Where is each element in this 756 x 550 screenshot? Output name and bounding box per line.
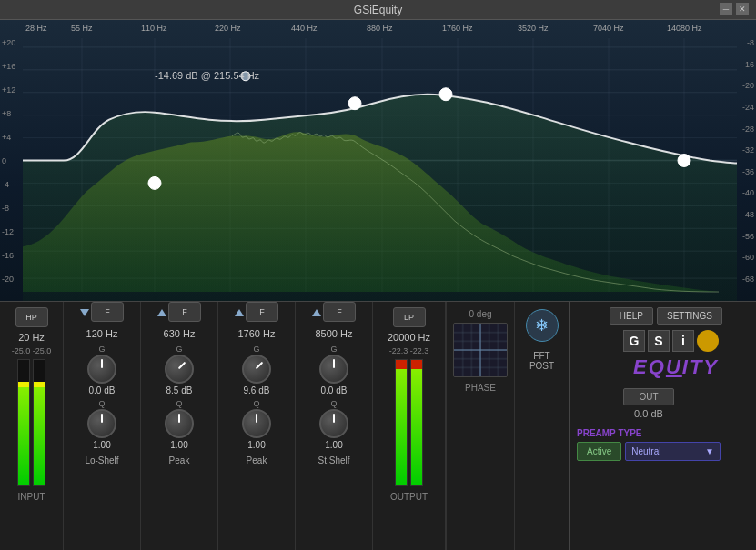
band4-q-label: Q [253, 399, 259, 408]
logo-dot-icon [697, 330, 719, 352]
right-panel: HELP SETTINGS G S i EQUITY OUT 0.0 dB PR… [569, 302, 728, 550]
band3-type-button[interactable]: F [168, 302, 201, 322]
input-vu-meters [17, 359, 45, 486]
logo-equity: EQUITY [633, 355, 719, 379]
logo-area: G S i EQUITY [570, 325, 728, 385]
band2-q-knob[interactable] [87, 409, 116, 438]
band2-type-label: Lo-Shelf [85, 455, 118, 465]
svg-point-20 [148, 176, 161, 189]
freq-label-3520: 3520 Hz [518, 24, 549, 33]
band3-q-knob-container: Q 1.00 [144, 399, 215, 450]
band4-g-label: G [253, 345, 259, 354]
band5-g-value: 0.0 dB [321, 385, 348, 395]
band1-type-button[interactable]: HP [15, 307, 48, 327]
db-axis-right: -8 -16 -20 -24 -28 -32 -36 -40 -48 -56 -… [742, 38, 754, 284]
band4-g-value: 9.6 dB [244, 385, 270, 395]
band2-g-knob[interactable] [87, 355, 116, 384]
close-button[interactable]: ✕ [736, 3, 749, 15]
band2-q-value: 1.00 [93, 440, 110, 450]
band5-q-knob-container: Q 1.00 [298, 399, 369, 450]
band2-g-label: G [98, 345, 105, 354]
logo-i: i [672, 330, 694, 352]
band-2: F 120 Hz G 0.0 dB Q 1.00 Lo-Shelf [64, 302, 141, 550]
vu-meter-left [17, 359, 30, 486]
eq-curve-svg [0, 20, 756, 301]
phase-section-label: PHASE [465, 383, 496, 393]
band2-top: F [66, 302, 137, 324]
svg-point-22 [439, 88, 452, 101]
band-1-input: HP 20 Hz -25.0 -25.0 INPUT [0, 302, 64, 550]
minimize-button[interactable]: ─ [720, 3, 732, 15]
band-5: F 8500 Hz G 0.0 dB Q 1.00 St.Shelf [296, 302, 373, 550]
band4-type-button[interactable]: F [246, 302, 278, 322]
band5-g-knob[interactable] [319, 355, 348, 384]
band6-type-button[interactable]: LP [393, 307, 426, 327]
band3-g-knob[interactable] [165, 355, 194, 384]
svg-point-21 [348, 97, 361, 110]
band5-type-label: St.Shelf [318, 455, 349, 465]
preamp-type-label: PREAMP TYPE [577, 428, 642, 438]
help-button[interactable]: HELP [610, 307, 653, 325]
active-button[interactable]: Active [577, 442, 621, 461]
band2-freq: 120 Hz [86, 328, 118, 339]
svg-point-23 [678, 155, 690, 167]
band2-q-knob-container: Q 1.00 [66, 399, 137, 450]
band5-type-button[interactable]: F [323, 302, 356, 322]
db-axis-left: +20 +16 +12 +8 +4 0 -4 -8 -12 -16 -20 [2, 38, 15, 284]
band2-type-button[interactable]: F [91, 302, 124, 322]
band5-g-knob-container: G 0.0 dB [298, 345, 369, 395]
window-controls: ─ ✕ [720, 3, 749, 15]
band3-type-label: Peak [169, 455, 190, 465]
logo-s: S [648, 330, 670, 352]
freq-label-440: 440 Hz [291, 24, 318, 33]
band4-triangle-icon [235, 309, 244, 316]
out-db-value: 0.0 dB [634, 408, 663, 419]
settings-button[interactable]: SETTINGS [657, 307, 722, 325]
band1-gain-values: -25.0 -25.0 [12, 346, 52, 355]
band4-g-knob[interactable] [242, 355, 271, 384]
phase-label: 0 deg [469, 309, 491, 319]
band2-q-label: Q [98, 399, 105, 408]
fft-freeze-button[interactable]: ❄ [526, 309, 559, 342]
band-4: F 1760 Hz G 9.6 dB Q 1.00 Peak [218, 302, 296, 550]
band4-freq: 1760 Hz [238, 328, 276, 339]
fft-post-label: POST [529, 361, 554, 371]
band3-freq: 630 Hz [164, 328, 196, 339]
phase-section: 0 deg PHASE [446, 302, 514, 550]
band6-gain-values: -22.3 -22.3 [389, 346, 429, 355]
band5-triangle-icon [312, 309, 321, 316]
input-label: INPUT [18, 492, 45, 502]
band6-freq: 20000 Hz [388, 332, 430, 343]
band3-q-knob[interactable] [165, 409, 194, 438]
freq-label-14080: 14080 Hz [667, 24, 702, 33]
phase-display [453, 323, 508, 377]
out-button[interactable]: OUT [623, 388, 673, 405]
output-vu-right [410, 359, 423, 486]
fft-label: FFT [529, 351, 554, 361]
logo-g: G [623, 330, 645, 352]
output-vu-left [395, 359, 408, 486]
freq-label-110: 110 Hz [141, 24, 167, 33]
freq-label-55: 55 Hz [71, 24, 93, 33]
band5-q-knob[interactable] [319, 409, 348, 438]
output-vu-meters [395, 359, 423, 486]
band3-q-value: 1.00 [170, 440, 187, 450]
app-title: GSiEquity [354, 4, 402, 16]
preamp-dropdown-icon: ▼ [705, 446, 714, 456]
eq-tooltip: -14.69 dB @ 215.54 Hz [155, 70, 259, 81]
preamp-dropdown[interactable]: Neutral ▼ [625, 442, 721, 461]
band4-q-knob[interactable] [242, 409, 271, 438]
vu-meter-right [33, 359, 45, 486]
freq-label-220: 220 Hz [215, 24, 241, 33]
out-section: OUT 0.0 dB [570, 385, 728, 423]
band4-q-knob-container: Q 1.00 [221, 399, 292, 450]
snowflake-icon: ❄ [535, 315, 549, 335]
band1-freq: 20 Hz [18, 332, 45, 343]
band4-type-label: Peak [247, 455, 267, 465]
fft-labels: FFT POST [529, 351, 554, 371]
eq-display: 28 Hz 55 Hz 110 Hz 220 Hz 440 Hz 880 Hz … [0, 20, 756, 302]
title-bar: GSiEquity ─ ✕ [0, 0, 756, 20]
freq-label-7040: 7040 Hz [593, 24, 624, 33]
band2-g-knob-container: G 0.0 dB [66, 345, 137, 395]
freq-label-880: 880 Hz [367, 24, 393, 33]
